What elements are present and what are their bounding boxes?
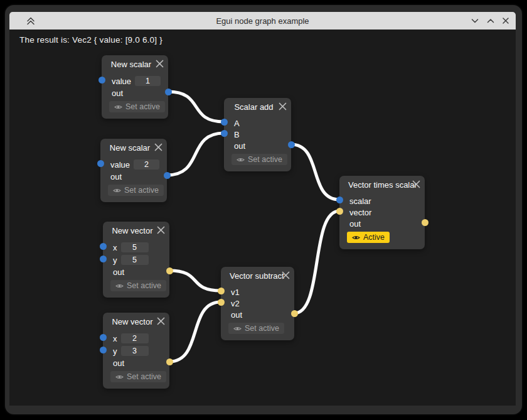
eye-icon (237, 157, 245, 163)
node-title: Vector times scalar (348, 180, 417, 190)
port-nv2-out[interactable] (166, 358, 173, 365)
node-vector-times-scalar[interactable]: Vector times scalarscalarvectoroutActive (339, 176, 425, 249)
set-active-label: Set active (125, 102, 160, 111)
set-active-label: Set active (127, 372, 161, 381)
node-title: New scalar (110, 143, 150, 153)
port-add-b[interactable] (221, 130, 228, 137)
node-row: x2 (103, 332, 169, 345)
eye-icon (352, 235, 360, 240)
node-row: A (224, 117, 291, 129)
node-close-icon[interactable] (412, 180, 420, 188)
row-label: out (349, 219, 361, 229)
node-close-icon[interactable] (157, 317, 165, 325)
eye-icon (115, 283, 124, 289)
node-graph-canvas[interactable]: The result is: Vec2 { value: [9.0 6.0] }… (0, 0, 527, 420)
port-nv2-y[interactable] (100, 347, 107, 353)
node-header[interactable]: New scalar (102, 55, 168, 72)
node-header[interactable]: New vector (103, 222, 169, 239)
node-close-icon[interactable] (279, 102, 287, 110)
value-field[interactable]: 3 (121, 346, 149, 356)
node-new-vector-2[interactable]: New vectorx2y3outSet active (103, 313, 169, 389)
port-vsub-out[interactable] (291, 310, 298, 317)
port-nv2-x[interactable] (100, 334, 107, 341)
row-label: v1 (231, 288, 240, 297)
row-label: out (113, 267, 124, 277)
node-close-icon[interactable] (282, 271, 290, 279)
node-new-scalar-2[interactable]: New scalarvalue2outSet active (100, 139, 167, 202)
row-label: x (113, 243, 117, 252)
node-row: out (103, 357, 169, 369)
node-row: out (103, 266, 169, 277)
port-ns1-out[interactable] (165, 89, 172, 95)
set-active-button[interactable]: Set active (108, 185, 164, 196)
port-nv1-x[interactable] (100, 243, 107, 250)
set-active-button[interactable]: Set active (110, 371, 166, 382)
node-new-scalar-1[interactable]: New scalarvalue1outSet active (102, 55, 168, 119)
node-header[interactable]: New scalar (100, 139, 167, 156)
set-active-button[interactable]: Active (347, 232, 390, 243)
node-close-icon[interactable] (157, 226, 165, 234)
port-ns2-out[interactable] (164, 172, 171, 179)
node-row: out (102, 87, 168, 99)
port-vts-vector[interactable] (336, 208, 343, 215)
node-close-icon[interactable] (154, 143, 162, 151)
node-row: value1 (102, 75, 168, 87)
wire-connection (169, 271, 221, 291)
node-new-vector-1[interactable]: New vectorx5y5outSet active (103, 222, 169, 298)
node-row: out (221, 309, 294, 320)
row-label: value (112, 77, 131, 86)
row-label: out (112, 89, 123, 98)
eye-icon (114, 104, 122, 110)
value-field[interactable]: 5 (121, 255, 149, 265)
port-add-out[interactable] (288, 141, 295, 148)
wire-connection (294, 211, 339, 313)
set-active-label: Active (363, 233, 385, 242)
node-header[interactable]: Vector times scalar (339, 176, 425, 193)
set-active-button[interactable]: Set active (232, 154, 287, 165)
set-active-button[interactable]: Set active (228, 323, 284, 334)
port-ns1-in[interactable] (98, 77, 105, 83)
set-active-button[interactable]: Set active (109, 101, 165, 112)
node-row: B (224, 129, 291, 140)
wire-connection (168, 92, 224, 122)
port-ns2-in[interactable] (97, 160, 104, 167)
node-row: vector (339, 207, 425, 218)
node-header[interactable]: New vector (103, 313, 169, 330)
node-row: out (100, 171, 167, 182)
node-row: out (224, 140, 291, 151)
port-vsub-v2[interactable] (218, 299, 225, 306)
node-header[interactable]: Scalar add (224, 98, 291, 115)
value-field[interactable]: 1 (135, 76, 161, 86)
wire-connection (167, 133, 224, 175)
wire-connection (169, 302, 221, 362)
port-add-a[interactable] (221, 119, 228, 126)
node-vector-subtract[interactable]: Vector subtractv1v2outSet active (221, 267, 294, 340)
node-row: out (339, 218, 425, 229)
port-vts-out[interactable] (422, 219, 429, 226)
row-label: out (231, 310, 242, 320)
result-text: The result is: Vec2 { value: [9.0 6.0] } (19, 35, 162, 45)
node-row: y5 (103, 254, 169, 266)
port-nv1-out[interactable] (166, 267, 173, 274)
node-row: x5 (103, 241, 169, 254)
port-nv1-y[interactable] (100, 256, 107, 262)
eye-icon (233, 326, 242, 331)
value-field[interactable]: 5 (121, 242, 149, 252)
node-header[interactable]: Vector subtract (221, 267, 294, 284)
row-label: y (113, 347, 117, 356)
node-scalar-add[interactable]: Scalar addABoutSet active (224, 98, 291, 171)
port-vts-scalar[interactable] (336, 197, 343, 203)
node-close-icon[interactable] (156, 60, 164, 68)
set-active-button[interactable]: Set active (110, 280, 166, 291)
value-field[interactable]: 2 (134, 159, 159, 170)
node-row: value2 (100, 158, 167, 171)
set-active-label: Set active (124, 186, 159, 195)
node-row: v1 (221, 286, 294, 298)
port-vsub-v1[interactable] (218, 288, 225, 294)
set-active-label: Set active (127, 281, 161, 290)
value-field[interactable]: 2 (121, 333, 149, 343)
row-label: y (113, 256, 117, 265)
node-row: v2 (221, 298, 294, 309)
row-label: out (234, 141, 245, 151)
row-label: vector (349, 208, 371, 217)
